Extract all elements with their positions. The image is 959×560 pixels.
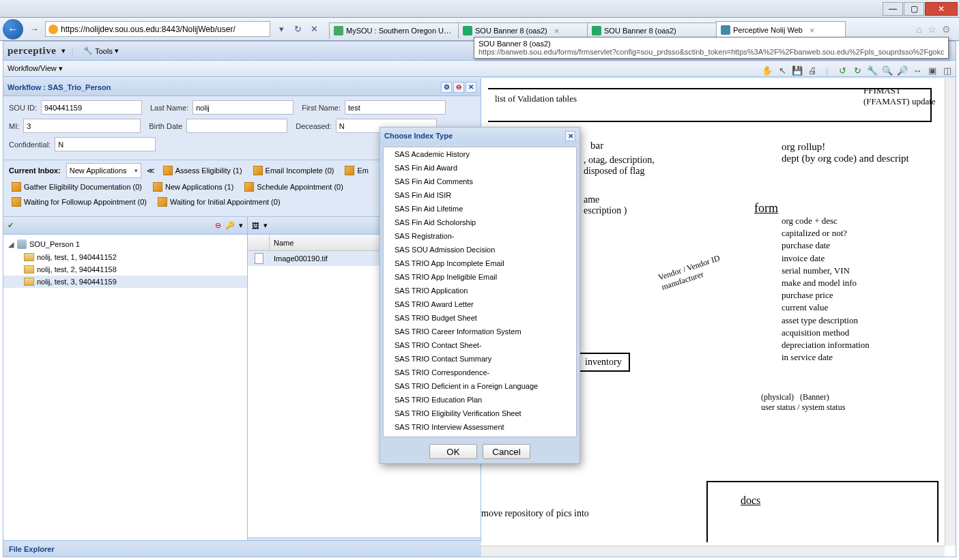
fit-width-icon[interactable]: ↔ [912, 65, 923, 76]
first-name-field[interactable] [345, 100, 446, 115]
dropdown-icon[interactable]: ▾ [274, 23, 288, 36]
index-type-option[interactable]: SAS TRIO Correspondence- [384, 366, 576, 379]
cube-icon [12, 182, 21, 192]
workflow-item[interactable]: Assess Eligibility (1) [160, 164, 245, 177]
browser-tab[interactable]: MySOU : Southern Oregon Uni… [329, 23, 459, 39]
birth-date-field[interactable] [186, 119, 287, 133]
cancel-button[interactable]: Cancel [483, 444, 530, 459]
forward-button[interactable]: → [27, 23, 41, 36]
key-icon[interactable]: 🔑 [225, 221, 235, 230]
workflow-item[interactable]: New Applications (1) [150, 181, 236, 193]
dialog-close-icon[interactable]: ✕ [565, 131, 575, 141]
back-button[interactable]: ← [3, 19, 23, 40]
dialog-list[interactable]: SAS Academic HistorySAS Fin Aid AwardSAS… [383, 147, 577, 437]
close-icon[interactable]: ✕ [466, 82, 476, 93]
inbox-combo[interactable]: New Applications [66, 163, 141, 178]
favorites-icon[interactable]: ☆ [928, 24, 936, 35]
index-type-option[interactable]: SAS TRIO Award Letter [384, 297, 576, 311]
tree-item[interactable]: nolij, test, 2, 940441158 [3, 263, 247, 276]
deceased-label: Deceased: [296, 122, 332, 130]
index-type-option[interactable]: SAS TRIO Contact Summary [384, 352, 576, 366]
rotate-right-icon[interactable]: ↻ [852, 65, 863, 76]
menu-down-icon[interactable]: ▾ [239, 221, 243, 230]
index-type-option[interactable]: SAS TRIO Application [384, 284, 576, 297]
tab-label: SOU Banner 8 (oas2) [604, 27, 676, 35]
zoom-out-icon[interactable]: 🔎 [897, 65, 908, 76]
tools-menu[interactable]: 🔧Tools ▾ [78, 44, 124, 57]
window-minimize-button[interactable]: — [883, 2, 903, 16]
remove-icon[interactable]: ⊖ [215, 221, 221, 230]
horizontal-scrollbar[interactable] [481, 546, 945, 557]
vertical-scrollbar[interactable] [945, 78, 956, 546]
favicon-icon [463, 26, 472, 35]
index-type-option[interactable]: SAS TRIO Interview Assessment [384, 420, 576, 434]
tab-close-icon[interactable]: × [810, 25, 815, 35]
dialog-title-bar[interactable]: Choose Index Type ✕ [380, 128, 579, 144]
index-type-option[interactable]: SAS TRIO Education Plan [384, 393, 576, 407]
tool-icon[interactable]: 🔧 [867, 65, 878, 76]
address-bar[interactable]: https://nolijdev.sou.ous.edu:8443/NolijW… [45, 21, 270, 37]
index-type-option[interactable]: SAS TRIO App Incomplete Email [384, 256, 576, 270]
workflow-item[interactable]: Email Incomplete (0) [251, 164, 337, 177]
workflow-item[interactable]: Waiting for Followup Appointment (0) [9, 196, 149, 208]
workflow-item[interactable]: Schedule Appointment (0) [242, 181, 346, 193]
workflow-view-menu[interactable]: Workflow/View ▾ [8, 64, 63, 73]
index-type-option[interactable]: SAS Fin Aid Comments [384, 175, 576, 188]
index-type-option[interactable]: SAS Fin Aid Lifetime [384, 202, 576, 216]
rotate-left-icon[interactable]: ↺ [837, 65, 848, 76]
menu-down-icon[interactable]: ▾ [263, 221, 268, 230]
handwriting: org rollup! dept (by org code) and descr… [782, 141, 909, 164]
workflow-item[interactable]: Gather Eligibility Documentation (0) [9, 181, 145, 193]
workflow-item[interactable]: Waiting for Initial Appointment (0) [155, 196, 283, 208]
pointer-icon[interactable]: ↖ [777, 65, 788, 76]
index-type-option[interactable]: SAS Fin Aid Award [384, 161, 576, 175]
minus-icon[interactable]: ⊖ [453, 82, 464, 93]
pan-icon[interactable]: ✋ [762, 65, 773, 76]
index-type-option[interactable]: SAS Fin Aid ISIR [384, 188, 576, 202]
workflow-item[interactable]: Em [342, 164, 371, 177]
index-type-option[interactable]: SAS TRIO Deficient in a Foreign Language [384, 379, 576, 393]
column-icon[interactable] [248, 235, 270, 250]
settings-icon[interactable]: ⚙ [942, 24, 951, 35]
prev-icon[interactable]: ≪ [147, 166, 155, 175]
last-name-field[interactable] [192, 100, 294, 115]
tab-close-icon[interactable]: × [554, 26, 560, 36]
mi-field[interactable] [23, 119, 141, 133]
print-icon[interactable]: 🖨 [807, 65, 818, 76]
browser-tab[interactable]: SOU Banner 8 (oas2) [587, 23, 717, 39]
fit-page-icon[interactable]: ▣ [927, 65, 938, 76]
tree-item-selected[interactable]: nolij, test, 3, 940441159 [3, 276, 247, 288]
expander-icon[interactable]: ◢ [8, 240, 14, 249]
actual-size-icon[interactable]: ◫ [942, 65, 953, 76]
index-type-option[interactable]: SAS TRIO App Ineligible Email [384, 270, 576, 284]
index-type-option[interactable]: SAS TRIO Contact Sheet- [384, 338, 576, 352]
browser-tab[interactable]: SOU Banner 8 (oas2)× [458, 23, 588, 39]
sou-id-field[interactable] [41, 100, 142, 115]
check-icon[interactable]: ✔ [8, 221, 14, 230]
tree-item[interactable]: nolij, test, 1, 940441152 [3, 251, 247, 263]
home-icon[interactable]: ⌂ [917, 24, 922, 35]
index-type-option[interactable]: SAS Registration- [384, 229, 576, 243]
browser-tab-active[interactable]: Perceptive Nolij Web× [716, 21, 846, 39]
confidential-field[interactable] [55, 137, 156, 151]
gear-icon[interactable]: ⚙ [441, 82, 452, 93]
index-type-option[interactable]: SAS TRIO Budget Sheet [384, 311, 576, 325]
zoom-in-icon[interactable]: 🔍 [882, 65, 893, 76]
stop-icon[interactable]: ✕ [307, 23, 321, 36]
handwriting: move repository of pics into [481, 508, 589, 519]
brand-dropdown-icon[interactable]: ▾ [61, 46, 66, 55]
refresh-icon[interactable]: ↻ [291, 23, 304, 36]
index-type-option[interactable]: SAS TRIO Career Information System [384, 325, 576, 338]
ok-button[interactable]: OK [429, 444, 477, 459]
brand-logo: perceptive [8, 45, 56, 57]
save-icon[interactable]: 💾 [792, 65, 803, 76]
first-name-label: First Name: [302, 104, 341, 112]
tree-root[interactable]: ◢SOU_Person 1 [3, 237, 247, 251]
index-type-option[interactable]: SAS Fin Aid Scholorship [384, 216, 576, 229]
index-type-option[interactable]: SAS Academic History [384, 147, 576, 161]
index-type-option[interactable]: SAS SOU Admission Decision [384, 243, 576, 256]
view-icon[interactable]: 🖼 [252, 222, 259, 230]
window-maximize-button[interactable]: ▢ [904, 2, 924, 16]
index-type-option[interactable]: SAS TRIO Eligibility Verification Sheet [384, 407, 576, 420]
window-close-button[interactable]: ✕ [925, 2, 958, 16]
